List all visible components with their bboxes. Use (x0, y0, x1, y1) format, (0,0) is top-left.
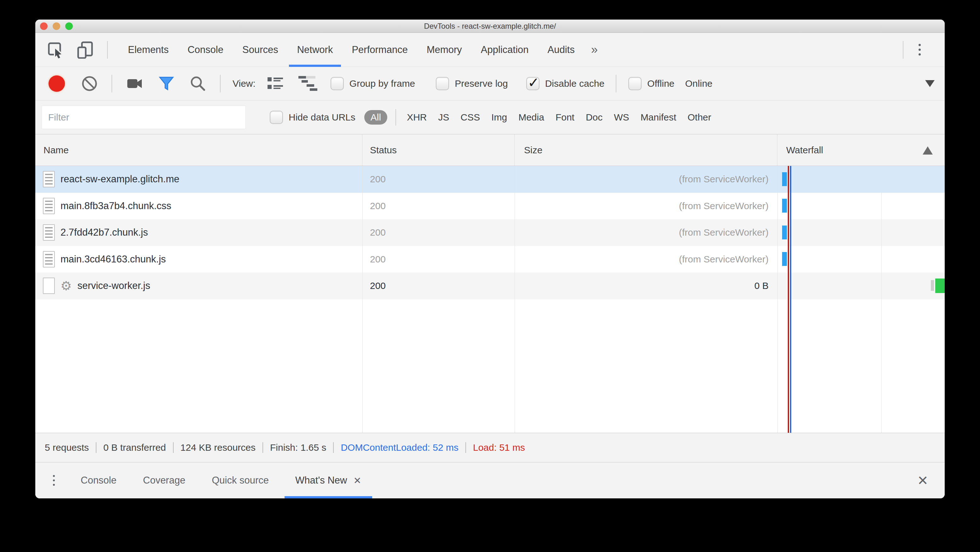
capture-screenshots-button[interactable] (126, 75, 144, 93)
summary-separator (465, 442, 466, 453)
filter-type-font[interactable]: Font (555, 112, 574, 123)
filter-type-js[interactable]: JS (438, 112, 449, 123)
camera-icon (126, 75, 144, 93)
drawer-menu-kebab-icon[interactable] (49, 475, 59, 486)
more-tabs-icon[interactable]: » (584, 43, 605, 56)
tab-console[interactable]: Console (178, 33, 233, 67)
window-title: DevTools - react-sw-example.glitch.me/ (35, 19, 945, 33)
hide-data-urls-label: Hide data URLs (289, 112, 355, 123)
requests-table-body: react-sw-example.glitch.me 200 (from Ser… (35, 166, 945, 433)
column-header-size[interactable]: Size (515, 134, 777, 166)
request-status: 200 (363, 281, 515, 291)
request-status: 200 (363, 227, 515, 238)
request-name: main.8fb3a7b4.chunk.css (60, 200, 172, 212)
record-network-log-button[interactable] (49, 75, 65, 92)
close-drawer-icon[interactable]: ✕ (917, 473, 928, 488)
waterfall-bar[interactable] (782, 199, 787, 212)
show-overview-button[interactable] (298, 75, 317, 92)
sort-ascending-icon[interactable] (923, 146, 933, 155)
toolbar-separator (220, 75, 221, 93)
main-menu-kebab-icon[interactable] (914, 44, 925, 56)
table-row[interactable]: main.3cd46163.chunk.js 200 (from Service… (35, 246, 945, 273)
request-size: (from ServiceWorker) (515, 254, 777, 265)
throttling-dropdown-icon[interactable] (925, 80, 935, 87)
filter-type-manifest[interactable]: Manifest (641, 112, 676, 123)
request-size: 0 B (515, 281, 777, 291)
tab-memory[interactable]: Memory (417, 33, 471, 67)
device-toolbar-button[interactable] (77, 41, 94, 59)
request-size: (from ServiceWorker) (515, 174, 777, 185)
request-name: 2.7fdd42b7.chunk.js (60, 227, 148, 238)
column-header-status[interactable]: Status (363, 134, 515, 166)
search-button[interactable] (189, 75, 207, 93)
summary-separator (173, 442, 173, 453)
drawer-tab-quick-source[interactable]: Quick source (199, 463, 282, 498)
use-large-rows-button[interactable] (267, 75, 285, 92)
drawer-tab-console[interactable]: Console (67, 463, 130, 498)
offline-checkbox[interactable] (628, 77, 641, 90)
waterfall-stalled-tick (931, 280, 934, 291)
filter-type-doc[interactable]: Doc (586, 112, 603, 123)
group-by-frame-label: Group by frame (350, 78, 415, 89)
filter-toggle-button[interactable] (158, 75, 175, 93)
table-row[interactable]: main.8fb3a7b4.chunk.css 200 (from Servic… (35, 193, 945, 220)
toolbar-separator (107, 41, 108, 59)
summary-separator (96, 442, 96, 453)
drawer-tab-coverage[interactable]: Coverage (130, 463, 199, 498)
zoom-window-button[interactable] (65, 22, 73, 30)
drawer-tab-whats-new[interactable]: What's New ✕ (282, 463, 375, 498)
summary-load: Load: 51 ms (473, 442, 525, 453)
minimize-window-button[interactable] (52, 22, 60, 30)
filter-type-all[interactable]: All (364, 110, 387, 124)
table-row[interactable]: 2.7fdd42b7.chunk.js 200 (from ServiceWor… (35, 219, 945, 246)
filter-funnel-icon (158, 75, 175, 93)
tab-performance[interactable]: Performance (342, 33, 417, 67)
waterfall-bar-green[interactable] (935, 279, 945, 293)
tab-audits[interactable]: Audits (538, 33, 584, 67)
filter-type-css[interactable]: CSS (460, 112, 480, 123)
clear-network-log-button[interactable] (81, 75, 98, 93)
column-header-name[interactable]: Name (35, 134, 363, 166)
title-bar: DevTools - react-sw-example.glitch.me/ (35, 19, 945, 33)
waterfall-gridline (881, 166, 882, 433)
inspect-element-button[interactable] (47, 41, 64, 59)
disable-cache-label: Disable cache (545, 78, 605, 89)
tab-elements[interactable]: Elements (118, 33, 178, 67)
tab-close-icon[interactable]: ✕ (353, 475, 361, 486)
preserve-log-label: Preserve log (455, 78, 508, 89)
throttling-select-value[interactable]: Online (685, 78, 713, 89)
request-status: 200 (363, 201, 515, 211)
filter-type-xhr[interactable]: XHR (407, 112, 427, 123)
waterfall-bar[interactable] (782, 225, 787, 239)
drawer-tab-bar: Console Coverage Quick source What's New… (35, 462, 945, 498)
summary-resources: 124 KB resources (181, 442, 256, 453)
filter-type-media[interactable]: Media (519, 112, 544, 123)
filter-type-other[interactable]: Other (687, 112, 711, 123)
tab-application[interactable]: Application (471, 33, 538, 67)
column-divider (777, 166, 778, 433)
filter-input[interactable] (41, 106, 246, 129)
filter-type-ws[interactable]: WS (614, 112, 629, 123)
column-header-waterfall[interactable]: Waterfall (777, 134, 945, 166)
waterfall-bar[interactable] (782, 252, 787, 266)
blank-document-icon (43, 278, 55, 294)
request-status: 200 (363, 254, 515, 265)
tab-sources[interactable]: Sources (233, 33, 288, 67)
tab-network[interactable]: Network (288, 33, 342, 67)
toolbar-separator (111, 75, 112, 93)
close-window-button[interactable] (40, 22, 48, 30)
view-label: View: (232, 78, 256, 89)
summary-transferred: 0 B transferred (103, 442, 166, 453)
disable-cache-checkbox[interactable]: ✓ (526, 77, 539, 90)
preserve-log-checkbox[interactable] (436, 77, 449, 90)
group-by-frame-checkbox[interactable] (331, 77, 344, 90)
hide-data-urls-checkbox[interactable] (270, 111, 283, 124)
summary-requests: 5 requests (45, 442, 89, 453)
inspect-cursor-icon (47, 41, 64, 59)
load-event-line (788, 166, 789, 433)
waterfall-bar[interactable] (782, 172, 787, 186)
table-row[interactable]: react-sw-example.glitch.me 200 (from Ser… (35, 166, 945, 193)
table-row[interactable]: ⚙service-worker.js 200 0 B (35, 273, 945, 299)
filter-type-img[interactable]: Img (491, 112, 507, 123)
summary-separator (333, 442, 334, 453)
